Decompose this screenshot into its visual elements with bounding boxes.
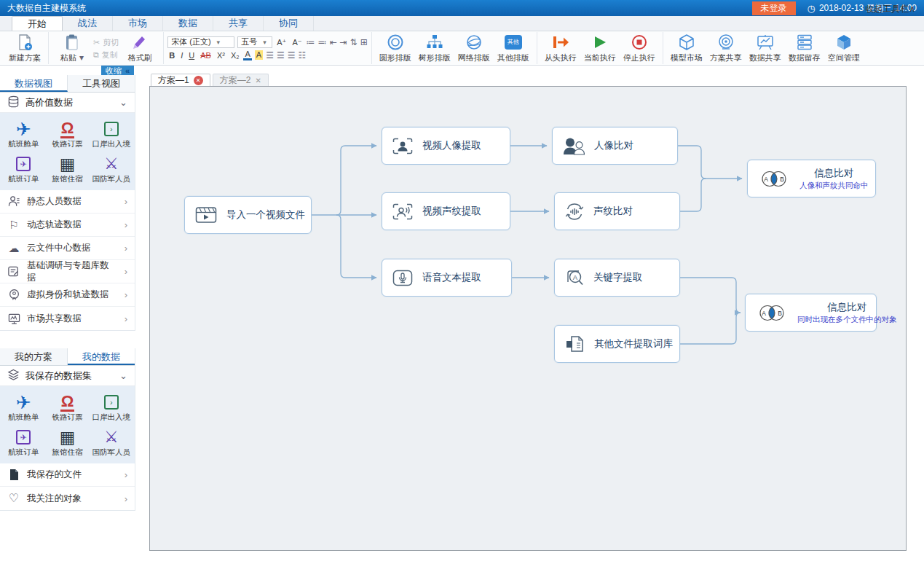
category-market-shared[interactable]: 市场共享数据 › (0, 307, 135, 330)
dataset-flight-manifest[interactable]: ✈航班舱单 (1, 117, 45, 152)
font-color-button[interactable]: A (243, 50, 251, 60)
node-video-face-extract[interactable]: 视频人像提取 (382, 127, 510, 165)
node-other-files-lexicon[interactable]: 其他文件提取词库 (554, 325, 680, 363)
category-static-personnel[interactable]: 静态人员数据 › (0, 190, 135, 214)
node-face-compare[interactable]: 人像比对 (552, 127, 678, 165)
tab-data[interactable]: 数据 (163, 16, 213, 31)
node-info-compare-1[interactable]: AB 信息比对 人像和声纹共同命中 (747, 160, 876, 197)
cut-button[interactable]: ✂剪切 (92, 37, 120, 47)
tab-market[interactable]: 市场 (113, 16, 163, 31)
plan-tab-1[interactable]: 方案—1 ✕ (151, 74, 210, 86)
flight-order-icon: ✈ (16, 430, 31, 444)
category-research-library[interactable]: 基础调研与专题库数据 › (0, 260, 135, 283)
paste-button[interactable]: 粘贴▾ (52, 33, 92, 63)
space-management-label: 空间管理 (828, 52, 860, 63)
plan-share-label: 方案共享 (710, 52, 742, 63)
run-from-start-button[interactable]: 从头执行 (541, 33, 580, 63)
italic-button[interactable]: I (179, 50, 184, 60)
circular-layout-button[interactable]: 圆形排版 (376, 33, 415, 63)
node-keyword-extract[interactable]: A 关键字提取 (554, 259, 680, 297)
plan-tab-2[interactable]: 方案—2 ✕ (213, 74, 269, 86)
align-left-icon[interactable]: ☰ (266, 50, 274, 60)
target-icon (717, 34, 735, 51)
node-speech-text-extract[interactable]: 语音文本提取 (382, 259, 512, 297)
new-plan-button[interactable]: 新建方案 (5, 33, 44, 63)
layers-icon (7, 369, 20, 383)
category-dynamic-trajectory[interactable]: ⚐ 动态轨迹数据 › (0, 214, 135, 237)
tab-data-view[interactable]: 数据视图 (0, 75, 68, 92)
stop-execution-label: 停止执行 (623, 52, 655, 63)
login-status-badge[interactable]: 未登录 (752, 1, 796, 15)
table-icon[interactable]: ⊞ (360, 37, 368, 47)
bold-button[interactable]: B (167, 50, 176, 60)
node-voiceprint-compare[interactable]: 声纹比对 (554, 192, 680, 230)
grow-font-button[interactable]: A⁺ (275, 37, 288, 47)
dataset-border-entry[interactable]: ›口岸出入境 (90, 117, 133, 152)
dataset-flight-order[interactable]: ✈航班订单 (1, 425, 45, 460)
high-value-data-section[interactable]: 高价值数据 ⌄ (0, 93, 135, 113)
numbering-icon[interactable]: ≕ (318, 37, 327, 47)
dataset-border-entry[interactable]: ›口岸出入境 (90, 390, 133, 425)
data-retention-button[interactable]: 数据留存 (785, 33, 824, 63)
sort-icon[interactable]: ⇅ (350, 37, 358, 47)
space-management-button[interactable]: 空间管理 (824, 33, 864, 63)
tab-tactics[interactable]: 战法 (63, 16, 113, 31)
presentation-board-icon (756, 34, 775, 51)
category-virtual-identity[interactable]: 虚拟身份和轨迹数据 › (0, 283, 135, 307)
copy-button[interactable]: ⧉复制 (92, 50, 120, 60)
align-right-icon[interactable]: ☰ (288, 50, 296, 60)
node-import-video[interactable]: 导入一个视频文件 (184, 196, 312, 234)
workflow-canvas[interactable]: 导入一个视频文件 视频人像提取 视频声纹提取 语音文本提取 (149, 86, 907, 551)
node-video-voiceprint-extract[interactable]: 视频声纹提取 (382, 192, 510, 230)
close-tab-icon[interactable]: ✕ (194, 76, 203, 85)
superscript-button[interactable]: X² (216, 50, 226, 60)
other-layout-button[interactable]: 其他 其他排版 (494, 33, 533, 63)
strikethrough-button[interactable]: AB (199, 50, 213, 60)
node-info-compare-2[interactable]: AB 信息比对 同时出现在多个文件中的对象 (745, 294, 877, 332)
shrink-font-button[interactable]: A⁻ (291, 37, 303, 47)
align-center-icon[interactable]: ☰ (277, 50, 285, 60)
dataset-rail-ticket[interactable]: Ω铁路订票 (45, 390, 89, 425)
circular-layout-icon (387, 34, 404, 51)
my-saved-files[interactable]: 我保存的文件 › (0, 463, 135, 487)
stop-execution-button[interactable]: 停止执行 (620, 33, 659, 63)
tab-collaborate[interactable]: 协同 (264, 16, 314, 31)
plan-share-button[interactable]: 方案共享 (706, 33, 746, 63)
tab-share[interactable]: 共享 (213, 16, 264, 31)
underline-button[interactable]: U (187, 50, 196, 60)
dataset-flight-manifest[interactable]: ✈航班舱单 (1, 390, 45, 425)
category-cloud-files[interactable]: ☁ 云文件中心数据 › (0, 237, 135, 260)
bullets-icon[interactable]: ≔ (307, 37, 315, 47)
tab-my-data[interactable]: 我的数据 (68, 348, 135, 365)
dataset-flight-order[interactable]: ✈航班订单 (1, 152, 45, 187)
saved-datasets-section[interactable]: 我保存的数据集 ⌄ (0, 366, 135, 386)
data-share-button[interactable]: 数据共享 (746, 33, 785, 63)
outdent-icon[interactable]: ⇤ (330, 37, 337, 47)
format-painter-button[interactable]: 格式刷 (120, 33, 159, 63)
font-size-select[interactable]: 五号▾ (237, 36, 272, 48)
dataset-hotel-stay[interactable]: ▦旅馆住宿 (45, 425, 89, 460)
run-current-button[interactable]: 当前执行 (580, 33, 620, 63)
network-layout-button[interactable]: 网络排版 (454, 33, 494, 63)
tab-tool-view[interactable]: 工具视图 (68, 75, 135, 92)
collapse-toolbar-button[interactable]: 收起工具栏∧ (865, 3, 915, 15)
tree-layout-button[interactable]: 树形排版 (415, 33, 454, 63)
my-followed-objects[interactable]: ♡ 我关注的对象 › (0, 487, 135, 510)
font-family-select[interactable]: 宋体 (正文)▾ (167, 36, 234, 48)
dataset-military-personnel[interactable]: ⚔国防军人员 (90, 425, 133, 460)
dataset-military-personnel[interactable]: ⚔国防军人员 (90, 152, 133, 187)
indent-icon[interactable]: ⇥ (340, 37, 347, 47)
flag-icon: ⚐ (9, 219, 18, 230)
tab-my-plans[interactable]: 我的方案 (0, 348, 68, 365)
database-icon (7, 95, 20, 110)
highlight-color-button[interactable]: A (255, 50, 263, 60)
tab-start[interactable]: 开始 (12, 16, 63, 31)
hotel-icon: ▦ (60, 428, 76, 447)
close-tab-icon[interactable]: ✕ (255, 77, 261, 85)
justify-icon[interactable]: ☷ (298, 50, 306, 60)
dataset-rail-ticket[interactable]: Ω铁路订票 (45, 117, 89, 152)
model-market-button[interactable]: 模型市场 (667, 33, 706, 63)
sidebar-collapse-button[interactable]: 收缩 « (101, 66, 134, 76)
subscript-button[interactable]: X₂ (229, 50, 241, 60)
dataset-hotel-stay[interactable]: ▦旅馆住宿 (45, 152, 89, 187)
